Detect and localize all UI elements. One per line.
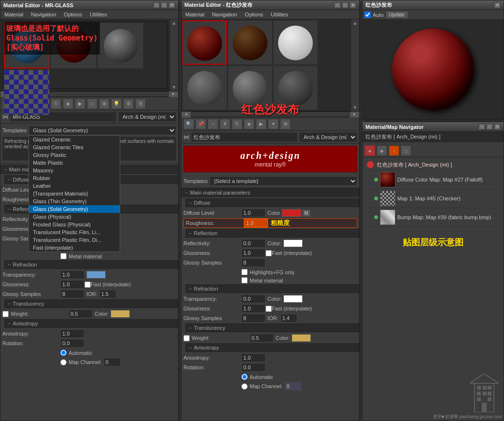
gloss-samples-input-right[interactable] (241, 258, 266, 267)
reflectivity-input-right[interactable] (241, 239, 266, 248)
menu-options-right[interactable]: Options (243, 11, 265, 18)
section-main-right[interactable]: Main material parameters (182, 188, 359, 197)
tool-put-mat-right[interactable]: 📌 (196, 119, 206, 129)
transparency-color-left[interactable] (86, 271, 106, 279)
nav-minimize-btn[interactable]: ─ (478, 124, 485, 130)
auto-check[interactable] (364, 12, 371, 18)
sphere-thumb-r6[interactable] (273, 66, 318, 110)
section-reflection-right[interactable]: Reflection (185, 229, 359, 238)
nav-item-2[interactable]: Map 1: Map #45 (Checker) (364, 189, 502, 208)
diffuse-color-right[interactable] (282, 209, 301, 217)
material-name-right[interactable] (191, 132, 297, 142)
template-opt-13[interactable]: Translucent Plastic Film, Di... (29, 236, 120, 244)
sphere-thumb-checker[interactable] (4, 70, 50, 115)
material-type-right[interactable]: Arch & Design (mi) (299, 132, 357, 142)
template-dropdown-left[interactable]: Glass (Solid Geometry) (28, 126, 176, 135)
template-opt-10[interactable]: Glass (Physical) (29, 213, 120, 221)
mapchannel-input-right[interactable] (285, 382, 302, 391)
fast-interp-refr-right[interactable] (266, 306, 272, 312)
menu-utilities-right[interactable]: Utilities (269, 11, 290, 18)
template-opt-12[interactable]: Translucent Plastic Film, Li... (29, 228, 120, 236)
scroll-up-left[interactable]: ▲ (172, 20, 177, 26)
tool-assign-right[interactable]: → (208, 119, 218, 129)
diffuse-map-btn-right[interactable]: M (302, 210, 310, 217)
template-opt-4[interactable]: Masonry (29, 167, 120, 174)
tool-copy-right[interactable]: © (232, 119, 242, 129)
sphere-thumb-r4[interactable] (182, 66, 227, 110)
scroll-up-right[interactable]: ▲ (353, 20, 358, 26)
automatic-radio-right[interactable] (241, 374, 248, 380)
nav-tool-2[interactable]: ◈ (377, 145, 387, 156)
nav-item-1[interactable]: Diffuse Color Map: Map #27 (Falloff) (364, 170, 502, 189)
material-type-left[interactable]: Arch & Design (mi) (118, 112, 176, 122)
template-opt-6[interactable]: Leather (29, 182, 120, 190)
maximize-btn-left[interactable]: □ (161, 2, 168, 8)
tool-bg[interactable]: ⊞ (99, 98, 110, 109)
translucency-color-left[interactable] (111, 310, 130, 318)
template-opt-7[interactable]: {Transparent Materials} (29, 190, 120, 197)
template-opt-1[interactable]: Glazed Ceramic Tiles (29, 143, 120, 151)
section-anisotropy-left[interactable]: Anisotropy (4, 319, 178, 328)
section-translucency-left[interactable]: Translucency (4, 299, 178, 308)
tool-star-right[interactable]: ✦ (268, 119, 279, 129)
sphere-thumb-r1[interactable] (182, 20, 227, 65)
translucency-check-right[interactable] (183, 335, 190, 341)
tool-preview-right[interactable]: ▶ (256, 119, 266, 129)
mapchannel-input-left[interactable] (104, 358, 121, 366)
tool-reset-right[interactable]: ✗ (220, 119, 230, 129)
tool-options[interactable]: ⚙ (123, 98, 134, 109)
translucency-color-right[interactable] (292, 334, 311, 342)
preview-close-btn[interactable]: ✕ (494, 2, 501, 8)
nav-tool-4[interactable]: □ (401, 145, 411, 156)
transparency-input-left[interactable] (60, 270, 84, 279)
nav-maximize-btn[interactable]: □ (486, 124, 493, 130)
nav-tool-3[interactable]: ○ (389, 145, 399, 156)
menu-material-right[interactable]: Material (183, 11, 206, 18)
tool-preview[interactable]: ▶ (75, 98, 85, 109)
translucency-weight-right[interactable] (250, 334, 274, 342)
section-refraction-left[interactable]: Refraction (4, 260, 178, 269)
translucency-check-left[interactable] (2, 311, 9, 317)
automatic-radio-left[interactable] (60, 350, 67, 356)
tool-light[interactable]: 💡 (111, 98, 122, 109)
template-opt-8[interactable]: Glass (Thin Geometry) (29, 197, 120, 205)
rotation-input-left[interactable] (60, 339, 84, 348)
sphere-thumb-r2[interactable] (228, 20, 272, 65)
tool-opts-right[interactable]: ⚙ (280, 119, 291, 129)
hscroll-left-btn-right[interactable]: ◄ (182, 112, 191, 117)
anisotropy-val-input-right[interactable] (241, 353, 266, 362)
roughness-input-right[interactable] (244, 219, 268, 227)
section-translucency-right[interactable]: Translucency (185, 323, 359, 332)
hscroll-right-btn-right[interactable]: ► (350, 112, 359, 117)
template-opt-5[interactable]: Rubber (29, 174, 120, 182)
highlights-check-right[interactable] (241, 269, 248, 275)
translucency-weight-left[interactable] (69, 309, 93, 318)
maximize-btn-right[interactable]: □ (342, 2, 349, 8)
menu-utilities-left[interactable]: Utilities (88, 11, 109, 18)
section-anisotropy-right[interactable]: Anisotropy (185, 343, 359, 352)
template-dropdown-right[interactable]: {Select a template} (210, 176, 357, 186)
sphere-thumb-r5[interactable] (228, 66, 272, 110)
fast-interp-check-left[interactable] (84, 281, 91, 288)
diffuse-level-input-right[interactable] (241, 209, 266, 217)
metal-check-right[interactable] (241, 277, 248, 283)
nav-close-btn[interactable]: ✕ (494, 124, 501, 130)
refr-gloss-input-left[interactable] (60, 280, 84, 289)
refr-gloss-input-right[interactable] (241, 304, 266, 313)
close-btn-right[interactable]: ✕ (350, 2, 356, 8)
template-opt-2[interactable]: Glossy Plastic (29, 151, 120, 159)
mapchannel-radio-right[interactable] (241, 383, 248, 390)
tool-unique-right[interactable]: ◈ (244, 119, 254, 129)
update-btn[interactable]: Update (386, 11, 408, 18)
hscroll-right-btn[interactable]: ► (168, 91, 178, 97)
template-opt-3[interactable]: Matte Plastic (29, 159, 120, 167)
menu-navigation-right[interactable]: Navigation (210, 11, 239, 18)
sphere-thumb-r3[interactable] (273, 20, 318, 65)
tool-copy[interactable]: © (51, 98, 61, 109)
ior-input-right[interactable] (280, 314, 297, 323)
sphere-thumb-3[interactable] (98, 23, 143, 69)
menu-material-left[interactable]: Material (2, 11, 25, 18)
template-opt-0[interactable]: Glazed Ceramic (29, 136, 120, 143)
mapchannel-radio-left[interactable] (60, 359, 67, 365)
nav-tool-1[interactable]: ● (364, 145, 375, 156)
